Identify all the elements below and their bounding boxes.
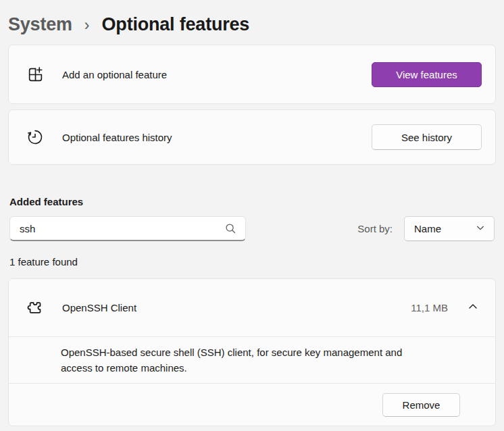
chevron-up-icon <box>468 301 478 314</box>
feature-expander-header[interactable]: OpenSSH Client 11,1 MB <box>9 279 495 336</box>
breadcrumb-chevron-icon: › <box>84 15 90 34</box>
breadcrumb-system-link[interactable]: System <box>8 14 72 35</box>
remove-button[interactable]: Remove <box>382 393 460 417</box>
search-box <box>9 216 246 241</box>
feature-card-openssh: OpenSSH Client 11,1 MB OpenSSH-based sec… <box>8 278 496 426</box>
sort-group: Sort by: Name <box>357 216 495 241</box>
result-count: 1 feature found <box>9 256 495 268</box>
puzzle-icon <box>26 299 44 317</box>
history-icon <box>26 128 44 146</box>
add-feature-label: Add an optional feature <box>62 69 167 80</box>
sort-dropdown[interactable]: Name <box>404 216 495 241</box>
page-title: Optional features <box>102 14 250 35</box>
added-features-heading: Added features <box>9 196 495 207</box>
optional-features-history-card: Optional features history See history <box>8 109 496 165</box>
sort-selected-value: Name <box>414 223 441 234</box>
collapse-expander-button[interactable] <box>465 301 480 315</box>
feature-actions-row: Remove <box>9 384 495 426</box>
add-optional-feature-card: Add an optional feature View features <box>8 45 496 104</box>
breadcrumb: System › Optional features <box>0 0 504 45</box>
search-icon[interactable] <box>224 222 237 235</box>
grid-plus-icon <box>26 66 44 83</box>
feature-name: OpenSSH Client <box>62 302 136 313</box>
sort-by-label: Sort by: <box>357 223 393 234</box>
see-history-button[interactable]: See history <box>372 124 482 150</box>
feature-description: OpenSSH-based secure shell (SSH) client,… <box>9 337 495 383</box>
view-features-button[interactable]: View features <box>372 62 482 87</box>
feature-size: 11,1 MB <box>411 302 448 313</box>
search-input[interactable] <box>20 223 224 234</box>
history-label: Optional features history <box>62 132 172 143</box>
chevron-down-icon <box>476 223 485 234</box>
optional-features-page: System › Optional features Add an option… <box>0 0 504 431</box>
filter-controls: Sort by: Name <box>9 216 495 241</box>
